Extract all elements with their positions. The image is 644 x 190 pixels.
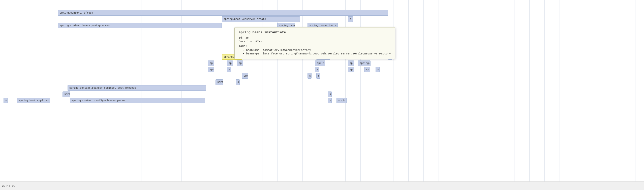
span-sprir1[interactable]: sprir: [336, 98, 347, 103]
span-spr1[interactable]: spr: [242, 73, 248, 79]
grid-line: [499, 0, 499, 181]
span-s9[interactable]: s: [328, 91, 332, 97]
status-bar: 23:46:08: [0, 181, 644, 190]
grid-line: [408, 0, 409, 181]
tooltip-title: spring.beans.instantiate: [239, 30, 391, 34]
tooltip-id-label: Id:: [239, 36, 244, 39]
grid-line: [484, 0, 484, 181]
grid-line: [605, 0, 605, 181]
span-sp7[interactable]: sp: [364, 67, 370, 72]
grid-line: [590, 0, 590, 181]
span-context-beans-post-process[interactable]: spring.context.beans.post-process: [58, 23, 222, 28]
span-s5[interactable]: s: [376, 67, 380, 72]
span-sprin1[interactable]: sprin: [315, 60, 325, 66]
grid-line: [454, 0, 454, 181]
span-s8[interactable]: s: [236, 79, 240, 85]
grid-line: [222, 0, 222, 181]
tooltip-tag-bean-name: beanName: tomcatServletWebServerFactory: [239, 49, 391, 52]
tooltip-tag-bean-type: beanType: interface org.springframework.…: [239, 52, 391, 55]
span-sp5[interactable]: spri: [208, 67, 214, 72]
span-sp4[interactable]: sp: [348, 60, 354, 66]
grid-line: [635, 0, 635, 181]
tooltip: spring.beans.instantiate Id: 35 Duration…: [234, 27, 395, 59]
tooltip-duration-row: Duration: 87ms: [239, 40, 391, 43]
span-sprin2[interactable]: spri: [216, 79, 223, 85]
grid-line: [560, 0, 560, 181]
tooltip-dur-val: 87ms: [255, 40, 262, 43]
span-spring-boot-app[interactable]: spring.boot.application: [17, 98, 50, 103]
grid-line: [469, 0, 469, 181]
span-s4[interactable]: s: [315, 67, 319, 72]
span-spring-b1[interactable]: spring.b: [358, 60, 371, 66]
grid-line: [529, 0, 530, 181]
grid-line: [423, 0, 424, 181]
span-s-left[interactable]: s: [4, 98, 8, 103]
tooltip-duration-label: Duration:: [239, 40, 254, 43]
timeline-container: spring.context.refreshspring.boot.webser…: [0, 0, 644, 181]
span-sp2[interactable]: sp: [227, 60, 233, 66]
timestamp: 23:46:08: [2, 184, 15, 187]
span-context-refresh[interactable]: spring.context.refresh: [58, 10, 388, 16]
tooltip-tags-label: Tags:: [239, 45, 391, 48]
span-spring-sm[interactable]: sprin: [63, 91, 70, 97]
span-s10[interactable]: s: [328, 98, 332, 103]
tooltip-id-val: 35: [245, 36, 249, 39]
span-sp6[interactable]: sp: [348, 67, 354, 72]
span-sp3[interactable]: sp: [237, 60, 243, 66]
span-boot-webserver-create[interactable]: spring.boot.webserver.create: [222, 16, 300, 22]
span-s1[interactable]: s: [348, 16, 353, 22]
grid-line: [544, 0, 545, 181]
grid-line: [439, 0, 439, 181]
grid-line: [620, 0, 620, 181]
tooltip-id-row: Id: 35: [239, 36, 391, 39]
grid-line: [575, 0, 575, 181]
span-s6[interactable]: s: [308, 73, 312, 79]
span-s7[interactable]: s: [316, 73, 320, 79]
span-sp1[interactable]: sp: [208, 60, 214, 66]
grid-line: [514, 0, 514, 181]
span-config-classes-parse[interactable]: spring.context.config-classes.parse: [70, 98, 205, 103]
span-s3[interactable]: s: [227, 67, 231, 72]
span-beandef-registry[interactable]: spring.context.beandef-registry.post-pro…: [68, 85, 206, 91]
